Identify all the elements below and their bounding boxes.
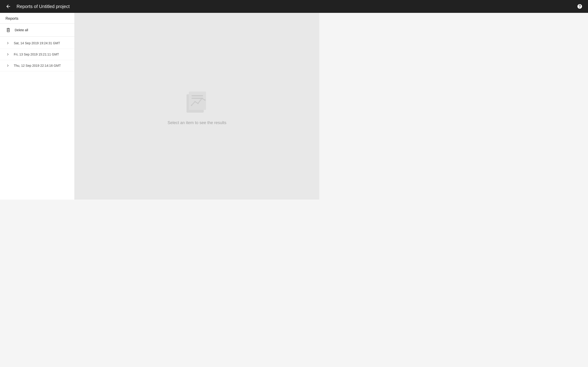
svg-rect-3: [189, 92, 206, 110]
svg-rect-4: [191, 95, 203, 96]
svg-point-10: [204, 99, 206, 101]
list-item[interactable]: Fri, 13 Sep 2019 15:21:11 GMT: [0, 49, 74, 60]
list-item[interactable]: Thu, 12 Sep 2019 22:14:16 GMT: [0, 60, 74, 71]
svg-rect-1: [9, 30, 9, 31]
delete-all-label: Delete all: [15, 28, 28, 32]
svg-point-9: [201, 98, 203, 99]
svg-point-7: [194, 101, 196, 102]
empty-state-icon: [183, 87, 211, 115]
empty-state-text: Select an item to see the results: [167, 120, 226, 125]
chevron-right-icon-2: [6, 52, 10, 57]
svg-point-6: [191, 105, 192, 106]
header-left: Reports of Untitled project: [4, 2, 69, 11]
back-button[interactable]: [4, 2, 13, 11]
report-timestamp-3: Thu, 12 Sep 2019 22:14:16 GMT: [14, 64, 61, 67]
delete-icon: [6, 27, 11, 33]
chevron-right-icon-1: [6, 41, 10, 45]
svg-rect-0: [8, 30, 8, 31]
main-content-area: Select an item to see the results: [75, 13, 319, 200]
empty-state: Select an item to see the results: [167, 87, 226, 125]
sidebar: Reports Delete all Sat, 14 Sep: [0, 13, 75, 200]
sidebar-divider: [0, 23, 74, 24]
page-title: Reports of Untitled project: [17, 4, 69, 9]
svg-point-8: [197, 103, 199, 104]
report-timestamp-2: Fri, 13 Sep 2019 15:21:11 GMT: [14, 52, 59, 56]
chevron-right-icon-3: [6, 63, 10, 68]
app-header: Reports of Untitled project: [0, 0, 319, 13]
list-item[interactable]: Sat, 14 Sep 2019 19:24:31 GMT: [0, 38, 74, 49]
sidebar-section-title: Reports: [0, 13, 74, 23]
delete-all-row[interactable]: Delete all: [0, 25, 74, 35]
back-icon: [6, 4, 11, 9]
report-timestamp-1: Sat, 14 Sep 2019 19:24:31 GMT: [14, 41, 60, 45]
main-layout: Reports Delete all Sat, 14 Sep: [0, 13, 319, 200]
sidebar-divider-2: [0, 36, 74, 37]
